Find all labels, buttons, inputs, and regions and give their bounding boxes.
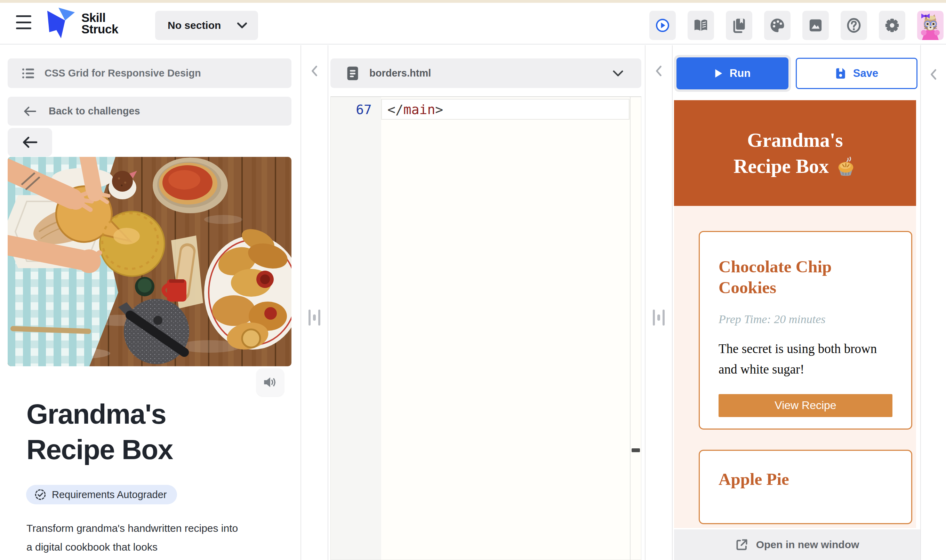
recipe-card-title: Chocolate Chip Cookies <box>718 256 882 298</box>
save-floppy-icon <box>835 68 846 79</box>
preview-header-line2: Recipe Box <box>734 155 829 177</box>
collapse-left-panel-button[interactable] <box>307 63 322 78</box>
recipe-card-apple-pie: Apple Pie <box>699 450 912 524</box>
collapse-preview-panel-button[interactable] <box>925 66 942 83</box>
run-button[interactable]: Run <box>677 57 788 89</box>
play-icon <box>714 69 723 78</box>
list-icon <box>22 68 35 79</box>
bookmark-book-icon <box>732 18 746 33</box>
brand-name: Skill Struck <box>82 12 118 35</box>
panel-resize-handle[interactable] <box>306 309 323 326</box>
speaker-icon <box>263 376 277 389</box>
preview-site-header: Grandma's Recipe Box <box>674 100 916 206</box>
arrow-left-icon <box>23 106 37 117</box>
recipe-prep-time: Prep Time: 20 minutes <box>718 313 892 326</box>
cat-avatar-image <box>917 11 944 40</box>
user-avatar[interactable] <box>917 11 944 40</box>
chevron-left-icon <box>928 69 939 80</box>
file-tab-bar: borders.html <box>331 58 641 88</box>
challenge-hero-image <box>8 157 291 366</box>
baking-scene-illustration <box>8 157 291 366</box>
check-seal-icon <box>34 489 46 500</box>
pie-emoji-icon <box>835 156 857 176</box>
back-button[interactable] <box>8 128 52 157</box>
section-selector-dropdown[interactable]: No section <box>155 11 258 40</box>
preview-header-line1: Grandma's <box>747 129 843 151</box>
chevron-down-icon <box>237 22 248 29</box>
code-line[interactable]: </main> <box>388 102 443 117</box>
open-in-new-window-button[interactable]: Open in new window <box>674 529 920 560</box>
view-recipe-button[interactable]: View Recipe <box>718 394 892 417</box>
read-aloud-button[interactable] <box>256 368 284 396</box>
code-editor[interactable]: 67 </main> <box>331 96 641 560</box>
lesson-title: CSS Grid for Responsive Design <box>45 68 201 79</box>
gear-icon <box>884 17 900 33</box>
challenge-description: Transform grandma's handwritten recipes … <box>26 519 242 557</box>
recipe-card-cookies: Chocolate Chip Cookies Prep Time: 20 min… <box>699 231 912 429</box>
chevron-left-icon <box>654 65 664 77</box>
back-to-challenges-link[interactable]: Back to challenges <box>8 97 291 126</box>
challenge-title: Grandma's Recipe Box <box>26 397 221 467</box>
file-icon <box>346 66 359 81</box>
top-accent-strip <box>0 0 946 3</box>
recipe-card-title: Apple Pie <box>718 469 882 490</box>
chevron-left-icon <box>309 65 320 77</box>
save-button[interactable]: Save <box>796 58 917 89</box>
open-book-button[interactable] <box>688 11 714 40</box>
autograder-badge-label: Requirements Autograder <box>52 489 166 500</box>
recipe-description: The secret is using both brown and white… <box>718 338 893 380</box>
arrow-left-icon <box>22 135 38 149</box>
navbar-actions <box>649 11 944 40</box>
line-number-gutter <box>331 97 381 560</box>
editor-scrollbar-track[interactable] <box>630 97 641 560</box>
skill-struck-logo-icon <box>45 6 76 40</box>
collapse-editor-panel-button[interactable] <box>651 63 666 78</box>
book-open-icon <box>693 18 708 32</box>
autograder-badge: Requirements Autograder <box>26 485 177 505</box>
editor-scrollbar-thumb[interactable] <box>632 448 640 452</box>
section-selector-label: No section <box>168 20 237 31</box>
file-name[interactable]: borders.html <box>369 68 602 79</box>
theme-palette-button[interactable] <box>764 11 791 40</box>
html-tag-token: main <box>403 102 435 117</box>
image-icon <box>808 18 823 33</box>
lesson-header-bar[interactable]: CSS Grid for Responsive Design <box>8 58 291 88</box>
panel-divider-right <box>645 45 673 560</box>
play-circle-icon <box>655 18 670 33</box>
back-to-challenges-label: Back to challenges <box>49 105 140 117</box>
question-circle-icon <box>846 18 861 33</box>
live-preview: Grandma's Recipe Box Chocolate Chip Cook… <box>674 100 916 528</box>
play-walkthrough-button[interactable] <box>649 11 676 40</box>
palette-icon <box>770 18 785 33</box>
skill-struck-app: Skill Struck No section <box>0 0 946 560</box>
navbar: Skill Struck No section <box>0 3 946 45</box>
panel-resize-handle[interactable] <box>651 309 667 326</box>
settings-button[interactable] <box>879 11 905 40</box>
external-link-icon <box>735 538 748 551</box>
help-button[interactable] <box>841 11 867 40</box>
panel-divider-left <box>300 45 328 560</box>
glossary-button[interactable] <box>726 11 752 40</box>
run-button-wrap: Run <box>674 55 791 92</box>
hamburger-menu-button[interactable] <box>16 15 31 29</box>
media-library-button[interactable] <box>802 11 829 40</box>
chevron-down-icon[interactable] <box>612 69 624 78</box>
preview-panel-border <box>920 45 921 560</box>
line-number: 67 <box>345 102 372 117</box>
